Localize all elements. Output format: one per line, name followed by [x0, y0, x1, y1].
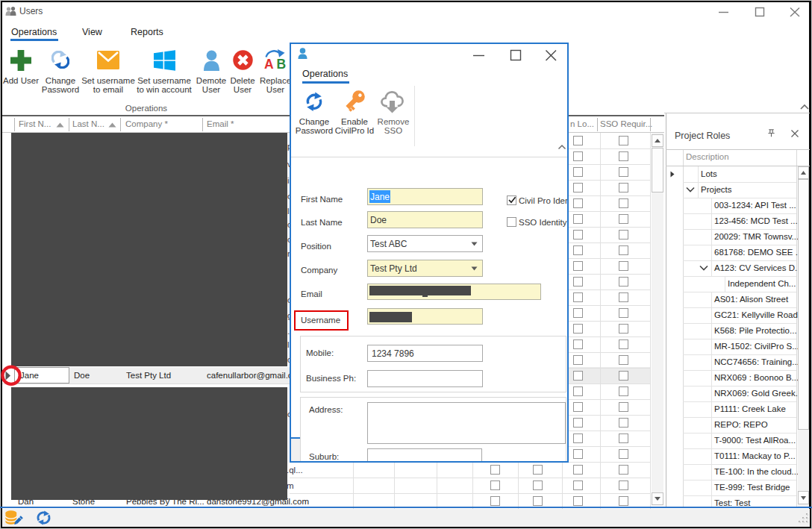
svg-text:A: A — [264, 57, 274, 71]
svg-text:B: B — [277, 57, 287, 71]
